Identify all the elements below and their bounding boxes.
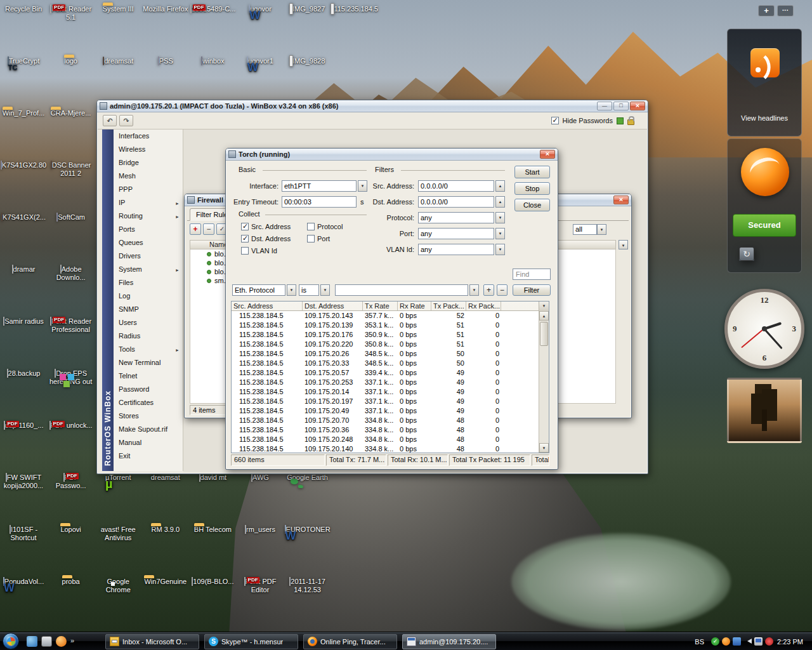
desktop-icon[interactable]: K7S41GX2.80 [0, 161, 47, 169]
winbox-menu-item[interactable]: Make Supout.rif [114, 423, 183, 436]
desktop-icon[interactable]: 18015489-C... [189, 5, 236, 13]
avast-gadget[interactable]: Secured [727, 138, 802, 273]
table-row[interactable]: 115.238.184.5 109.175.20.14 337.1 k... 0… [232, 387, 539, 397]
scroll-up-button[interactable] [539, 311, 549, 321]
column-select-button[interactable] [619, 240, 628, 249]
quick-launch-icon-2[interactable] [41, 636, 52, 647]
table-row[interactable]: 115.238.184.5 109.175.20.140 334.8 k... … [232, 444, 539, 453]
desktop-icon[interactable]: david mt [189, 474, 236, 482]
desktop-icon[interactable]: rm_users [237, 526, 284, 534]
winbox-menu-item[interactable]: Mesh [114, 169, 183, 183]
maximize-button[interactable] [613, 102, 629, 110]
chevron-down-icon[interactable] [597, 224, 606, 235]
quick-launch-icon-1[interactable] [27, 636, 37, 647]
firewall-close-button[interactable] [613, 196, 629, 204]
table-row[interactable]: 115.238.184.5 109.175.20.57 339.4 k... 0… [232, 368, 539, 378]
desktop-icon[interactable]: winbox [189, 57, 236, 65]
winbox-menu-item[interactable]: Exit [114, 449, 183, 463]
add-filter-button[interactable] [483, 284, 494, 296]
winbox-menu-item[interactable]: Interfaces [114, 129, 183, 143]
table-row[interactable]: 115.238.184.5 109.175.20.26 348.5 k... 0… [232, 349, 539, 359]
tray-icon[interactable] [765, 637, 773, 646]
column-header[interactable]: Dst. Address [303, 302, 363, 310]
tray-icon[interactable] [733, 637, 741, 646]
desktop-icon[interactable]: logo [48, 57, 95, 65]
remove-rule-button[interactable] [203, 223, 214, 235]
filter-button[interactable]: Filter [513, 284, 551, 296]
winbox-menu-item[interactable]: PPP [114, 183, 183, 196]
desktop-icon[interactable]: dramar [0, 265, 47, 274]
filter-field-dropdown[interactable]: Eth. Protocol [232, 284, 285, 296]
protocol-dropdown[interactable]: any [418, 212, 494, 223]
desktop-icon[interactable]: System III [95, 5, 141, 13]
desktop-icon[interactable]: CRA-Mjere... [48, 109, 95, 117]
filter-value-arrow[interactable] [469, 284, 479, 296]
desktop-icon[interactable]: SoftCam [48, 213, 95, 222]
rule-range-dropdown[interactable]: all [573, 224, 597, 235]
start-button[interactable]: Start [514, 166, 550, 178]
desktop-icon[interactable]: Foxit Reader 5.1 [48, 5, 95, 22]
dst-address-input[interactable]: 0.0.0.0/0 [418, 196, 494, 208]
desktop-icon[interactable]: dreamsat [95, 57, 141, 65]
scroll-down-button[interactable] [539, 443, 549, 453]
add-rule-button[interactable] [190, 223, 201, 235]
desktop-icon[interactable]: 115.235.184.5 [331, 5, 378, 13]
desktop-icon[interactable]: proba [48, 578, 95, 586]
winbox-menu-item[interactable]: Tools [114, 343, 183, 356]
src-address-input[interactable]: 0.0.0.0/0 [418, 180, 494, 192]
column-select-button[interactable] [539, 302, 549, 311]
table-scrollbar[interactable] [539, 311, 549, 453]
winbox-menu-item[interactable]: Certificates [114, 396, 183, 409]
desktop-icon[interactable]: Lopovi [48, 526, 95, 534]
torch-titlebar[interactable]: Torch (running) [226, 149, 558, 161]
table-row[interactable]: 115.238.184.5 109.175.20.49 337.1 k... 0… [232, 406, 539, 416]
redo-button[interactable] [119, 115, 133, 126]
rss-feed-gadget[interactable]: View headlines [727, 29, 802, 136]
torch-close-button[interactable] [540, 150, 555, 159]
winbox-menu-item[interactable]: Telnet [114, 369, 183, 383]
desktop-icon[interactable]: I101SF - Shortcut [0, 526, 47, 542]
entry-timeout-input[interactable]: 00:00:03 [282, 196, 357, 208]
winbox-menu-item[interactable]: Ports [114, 223, 183, 236]
desktop-icon[interactable]: Win7Genuine [142, 578, 189, 586]
winbox-menu-item[interactable]: Routing [114, 209, 183, 223]
desktop-icon[interactable]: avast! Free Antivirus [95, 526, 141, 542]
port-dropdown[interactable]: any [418, 228, 494, 239]
winbox-menu-item[interactable]: Drivers [114, 249, 183, 263]
table-row[interactable]: 115.238.184.5 109.175.20.220 350.8 k... … [232, 340, 539, 349]
filter-value-dropdown[interactable] [335, 284, 468, 296]
find-input[interactable]: Find [513, 269, 551, 280]
photo-slideshow-gadget[interactable] [727, 378, 802, 443]
winbox-menu-item[interactable]: Wireless [114, 143, 183, 156]
column-header[interactable]: Rx Rate [398, 302, 431, 310]
language-indicator[interactable]: BS [691, 637, 707, 647]
desktop-icon[interactable]: 28.backup [0, 369, 47, 378]
tray-icon[interactable] [743, 637, 752, 646]
collect-checkbox[interactable]: Dst. Address [241, 234, 291, 243]
taskbar-clock[interactable]: 2:23 PM [777, 638, 806, 646]
column-header[interactable]: Rx Pack... [466, 302, 501, 310]
desktop-icon[interactable]: µTorrent [95, 474, 141, 482]
filter-field-arrow[interactable] [287, 284, 296, 296]
desktop-icon[interactable]: TrueCrypt [0, 57, 47, 65]
table-row[interactable]: 115.238.184.5 109.175.20.143 357.7 k... … [232, 311, 539, 321]
desktop-icon[interactable]: PonudaVol... [0, 578, 47, 586]
taskbar-task-button[interactable]: Inbox - Microsoft O... [105, 634, 199, 649]
winbox-menu-item[interactable]: Password [114, 383, 183, 396]
protocol-dropdown-arrow[interactable] [495, 212, 505, 223]
winbox-menu-item[interactable]: Stores [114, 409, 183, 423]
table-row[interactable]: 115.238.184.5 109.175.20.176 350.9 k... … [232, 330, 539, 340]
dst-address-spinner[interactable] [495, 196, 505, 208]
table-row[interactable]: 115.238.184.5 109.175.20.70 334.8 k... 0… [232, 416, 539, 425]
winbox-menu-item[interactable]: New Terminal [114, 356, 183, 369]
desktop-icon[interactable]: ugovor [237, 5, 284, 13]
desktop-icon[interactable]: PDF Passwo... [48, 474, 95, 490]
desktop-icon[interactable]: Recycle Bin [0, 5, 47, 13]
close-button[interactable] [630, 102, 645, 110]
taskbar-task-button[interactable]: Skype™ - h.mensur [204, 634, 298, 649]
vlan-dropdown-arrow[interactable] [495, 244, 505, 255]
tray-icon[interactable] [722, 637, 730, 646]
desktop-icon[interactable]: Foxit Reader Professional [48, 317, 95, 334]
undo-button[interactable] [103, 115, 117, 126]
avast-update-icon[interactable] [739, 247, 754, 261]
